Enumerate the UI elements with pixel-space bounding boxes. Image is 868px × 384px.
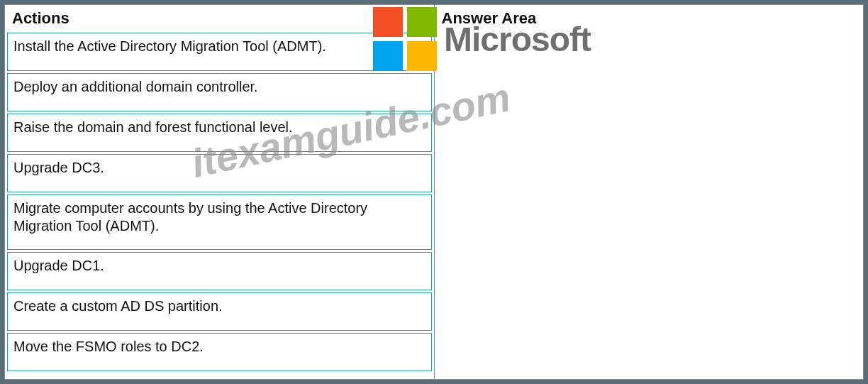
- action-item[interactable]: Upgrade DC3.: [7, 154, 432, 192]
- actions-column: Actions Install the Active Directory Mig…: [4, 4, 435, 380]
- action-item[interactable]: Upgrade DC1.: [7, 252, 432, 290]
- action-item[interactable]: Deploy an additional domain controller.: [7, 73, 432, 111]
- action-item[interactable]: Move the FSMO roles to DC2.: [7, 333, 432, 371]
- answer-header: Answer Area: [435, 5, 864, 29]
- question-frame: Microsoft itexamguide.com Actions Instal…: [0, 0, 868, 384]
- action-item[interactable]: Install the Active Directory Migration T…: [7, 33, 432, 71]
- action-item[interactable]: Migrate computer accounts by using the A…: [7, 194, 432, 250]
- action-item[interactable]: Raise the domain and forest functional l…: [7, 114, 432, 152]
- action-item[interactable]: Create a custom AD DS partition.: [7, 292, 432, 331]
- actions-header: Actions: [5, 5, 434, 29]
- actions-list: Install the Active Directory Migration T…: [5, 29, 434, 375]
- answer-column[interactable]: Answer Area: [434, 4, 864, 380]
